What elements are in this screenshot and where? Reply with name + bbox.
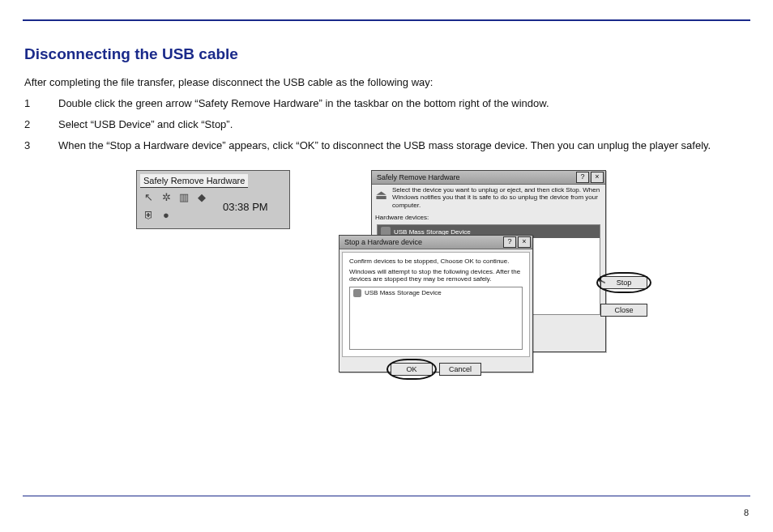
step-number: 1 — [24, 96, 58, 112]
titlebar-buttons: ? × — [576, 172, 604, 183]
manual-page: Disconnecting the USB cable After comple… — [0, 0, 773, 532]
systray-icons: ↖ ✲ ▥ ◆ ⛨ ● — [142, 191, 210, 223]
section-heading: Disconnecting the USB cable — [24, 45, 750, 63]
step-item: 1 Double click the green arrow “Safety R… — [24, 96, 750, 112]
help-button[interactable]: ? — [503, 236, 516, 248]
devices-to-stop-list[interactable]: USB Mass Storage Device — [349, 287, 523, 350]
device-icon — [353, 289, 361, 297]
dialog-msg2: Windows will attempt to stop the followi… — [346, 266, 526, 284]
list-item[interactable]: USB Mass Storage Device — [353, 289, 519, 297]
rule-top — [23, 19, 750, 21]
step-number: 3 — [24, 138, 58, 154]
dialog-body: Confirm devices to be stopped, Choose OK… — [342, 252, 530, 357]
titlebar-buttons: ? × — [503, 236, 531, 248]
titlebar: Safely Remove Hardware ? × — [372, 171, 605, 185]
page-number: 8 — [744, 508, 749, 517]
usb-eject-icon: ⏏ — [375, 186, 387, 204]
step-text: Select “USB Device” and click “Stop”. — [58, 117, 750, 133]
figures-row: Safely Remove Hardware ↖ ✲ ▥ ◆ ⛨ ● 03:38… — [136, 170, 750, 389]
shield-icon: ⛨ — [142, 209, 155, 222]
dialog-button-row: OK Cancel — [340, 360, 532, 381]
figure-systray: Safely Remove Hardware ↖ ✲ ▥ ◆ ⛨ ● 03:38… — [136, 170, 290, 229]
app-icon: ◆ — [195, 191, 208, 204]
dot-icon: ● — [160, 209, 173, 222]
dialog-stop-hardware-device: Stop a Hardware device ? × Confirm devic… — [339, 235, 533, 372]
close-button[interactable]: × — [518, 236, 531, 248]
step-item: 2 Select “USB Device” and click “Stop”. — [24, 117, 750, 133]
step-text: Double click the green arrow “Safety Rem… — [58, 96, 750, 112]
close-button[interactable]: Close — [600, 304, 647, 317]
cancel-button[interactable]: Cancel — [439, 363, 481, 376]
rule-bottom — [23, 496, 750, 496]
figure-dialogs: Safely Remove Hardware ? × ⏏ Select the … — [339, 170, 606, 389]
step-item: 3 When the “Stop a Hardware device” appe… — [24, 138, 750, 154]
hardware-devices-label: Hardware devices: — [372, 212, 605, 223]
ok-button[interactable]: OK — [391, 363, 433, 376]
systray-body: ↖ ✲ ▥ ◆ ⛨ ● 03:38 PM — [137, 188, 289, 228]
systray-clock: 03:38 PM — [223, 201, 268, 213]
monitor-icon: ▥ — [177, 191, 190, 204]
tooltip-label: Safely Remove Hardware — [140, 174, 248, 188]
help-button[interactable]: ? — [576, 172, 589, 183]
step-list: 1 Double click the green arrow “Safety R… — [24, 96, 750, 154]
dialog-message: Select the device you want to unplug or … — [392, 186, 602, 210]
dialog-msg1: Confirm devices to be stopped, Choose OK… — [346, 256, 526, 266]
gear-icon: ✲ — [160, 191, 173, 204]
step-text: When the “Stop a Hardware device” appear… — [58, 138, 750, 154]
blank-icon — [177, 209, 190, 222]
step-number: 2 — [24, 117, 58, 133]
close-button[interactable]: × — [591, 172, 604, 183]
blank-icon — [195, 209, 208, 222]
dialog-side-buttons: Stop ↖ Close — [600, 276, 647, 317]
titlebar-title: Safely Remove Hardware — [377, 173, 460, 181]
device-name: USB Mass Storage Device — [365, 289, 442, 296]
dialog-message-row: ⏏ Select the device you want to unplug o… — [372, 185, 605, 213]
intro-text: After completing the file transfer, plea… — [24, 76, 750, 88]
titlebar: Stop a Hardware device ? × — [340, 236, 532, 249]
titlebar-title: Stop a Hardware device — [344, 238, 422, 246]
cursor-icon: ↖ — [142, 191, 155, 204]
stop-button[interactable]: Stop — [600, 276, 647, 289]
